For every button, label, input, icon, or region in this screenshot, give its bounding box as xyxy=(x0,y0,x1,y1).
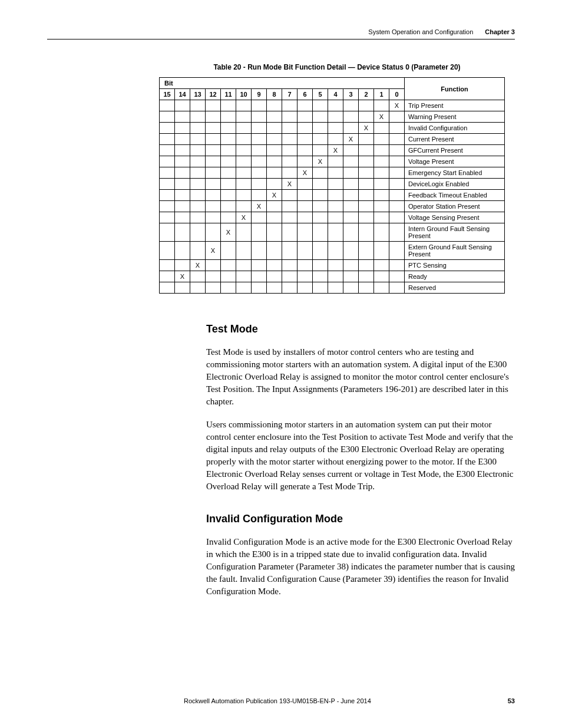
bit-cell xyxy=(313,167,328,179)
bit-cell: X xyxy=(206,242,221,260)
bit-cell xyxy=(267,242,282,260)
bit-cell xyxy=(206,212,221,223)
bit-cell xyxy=(190,223,206,242)
bit-cell xyxy=(221,271,236,282)
bit-cell xyxy=(359,179,374,190)
bit-cell xyxy=(374,260,389,271)
bit-cell xyxy=(206,201,221,212)
table-row: XGFCurrent Present xyxy=(160,145,505,156)
bit-cell xyxy=(359,201,374,212)
bit-cell xyxy=(221,123,236,134)
bit-cell xyxy=(359,212,374,223)
bit-cell xyxy=(374,242,389,260)
bit-cell xyxy=(160,223,175,242)
bit-cell xyxy=(267,223,282,242)
bit-cell xyxy=(343,156,359,167)
bit-cell xyxy=(313,111,328,123)
function-cell: Reserved xyxy=(405,282,505,294)
bit-cell xyxy=(206,271,221,282)
bit-col-4: 4 xyxy=(328,89,343,100)
bit-cell xyxy=(190,242,206,260)
bit-cell xyxy=(359,190,374,201)
bit-cell xyxy=(252,134,267,145)
bit-cell xyxy=(252,111,267,123)
bit-cell xyxy=(313,212,328,223)
bit-cell xyxy=(206,145,221,156)
bit-cell xyxy=(221,212,236,223)
bit-cell xyxy=(252,167,267,179)
bit-cell xyxy=(359,271,374,282)
bit-cell xyxy=(221,282,236,294)
bit-cell xyxy=(313,100,328,111)
bit-cell xyxy=(389,134,405,145)
function-cell: Current Present xyxy=(405,134,505,145)
bit-cell xyxy=(389,111,405,123)
bit-cell xyxy=(175,242,190,260)
header-section: System Operation and Configuration xyxy=(368,28,473,35)
bit-cell xyxy=(206,167,221,179)
bit-cell xyxy=(343,282,359,294)
bit-cell xyxy=(206,156,221,167)
table-row: XIntern Ground Fault Sensing Present xyxy=(160,223,505,242)
test-mode-heading: Test Mode xyxy=(206,323,515,335)
bit-cell xyxy=(359,167,374,179)
bit-cell xyxy=(175,179,190,190)
bit-cell xyxy=(374,271,389,282)
bit-cell xyxy=(175,201,190,212)
bit-cell xyxy=(160,179,175,190)
bit-cell xyxy=(389,156,405,167)
bit-col-2: 2 xyxy=(359,89,374,100)
bit-cell xyxy=(389,282,405,294)
bit-cell xyxy=(190,111,206,123)
bit-cell xyxy=(343,260,359,271)
bit-cell xyxy=(313,260,328,271)
table-row: XFeedback Timeout Enabled xyxy=(160,190,505,201)
function-cell: GFCurrent Present xyxy=(405,145,505,156)
bit-cell xyxy=(374,145,389,156)
bit-cell xyxy=(328,167,343,179)
bit-cell xyxy=(221,111,236,123)
bit-cell xyxy=(374,282,389,294)
function-cell: DeviceLogix Enabled xyxy=(405,179,505,190)
bit-cell xyxy=(252,156,267,167)
function-cell: Invalid Configuration xyxy=(405,123,505,134)
bit-cell: X xyxy=(236,212,252,223)
bit-cell xyxy=(175,156,190,167)
bit-col-6: 6 xyxy=(297,89,313,100)
body-content: Test Mode Test Mode is used by installer… xyxy=(206,323,515,598)
bit-cell xyxy=(282,212,297,223)
bit-cell xyxy=(343,111,359,123)
invalid-config-p1: Invalid Configuration Mode is an active … xyxy=(206,536,515,598)
page-footer: Rockwell Automation Publication 193-UM01… xyxy=(47,697,515,704)
bit-cell xyxy=(267,282,282,294)
bit-cell xyxy=(389,201,405,212)
bit-cell xyxy=(190,100,206,111)
bit-cell: X xyxy=(297,167,313,179)
table-row: Reserved xyxy=(160,282,505,294)
bit-cell xyxy=(328,179,343,190)
bit-cell xyxy=(221,167,236,179)
bit-cell xyxy=(297,190,313,201)
bit-cell xyxy=(297,123,313,134)
bit-cell xyxy=(297,271,313,282)
bit-cell xyxy=(313,123,328,134)
bit-cell xyxy=(328,111,343,123)
running-header: System Operation and Configuration Chapt… xyxy=(47,28,515,39)
bit-cell xyxy=(343,145,359,156)
bit-cell xyxy=(206,179,221,190)
bit-cell xyxy=(282,201,297,212)
test-mode-p2: Users commissioning motor starters in an… xyxy=(206,419,515,493)
bit-cell xyxy=(267,167,282,179)
bit-cell xyxy=(267,212,282,223)
bit-cell xyxy=(282,134,297,145)
bit-cell xyxy=(190,201,206,212)
bit-cell xyxy=(359,134,374,145)
bit-cell xyxy=(374,134,389,145)
table-row: XPTC Sensing xyxy=(160,260,505,271)
bit-cell xyxy=(343,167,359,179)
bit-cell xyxy=(252,145,267,156)
bit-cell xyxy=(282,271,297,282)
bit-cell xyxy=(359,223,374,242)
bit-cell xyxy=(175,123,190,134)
bit-cell xyxy=(374,123,389,134)
